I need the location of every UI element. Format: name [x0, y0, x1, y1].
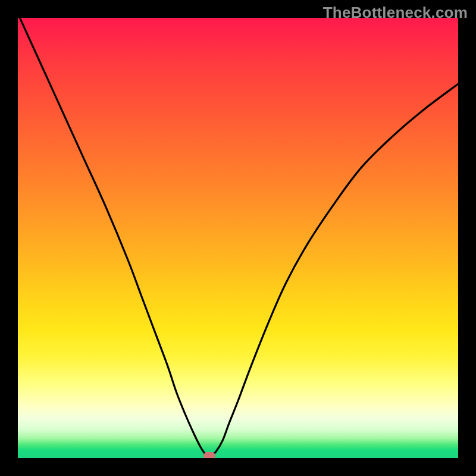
optimum-marker — [203, 452, 215, 458]
chart-frame: TheBottleneck.com — [0, 0, 476, 476]
watermark-text: TheBottleneck.com — [323, 4, 468, 22]
plot-area — [18, 18, 458, 458]
bottleneck-curve — [18, 18, 458, 458]
